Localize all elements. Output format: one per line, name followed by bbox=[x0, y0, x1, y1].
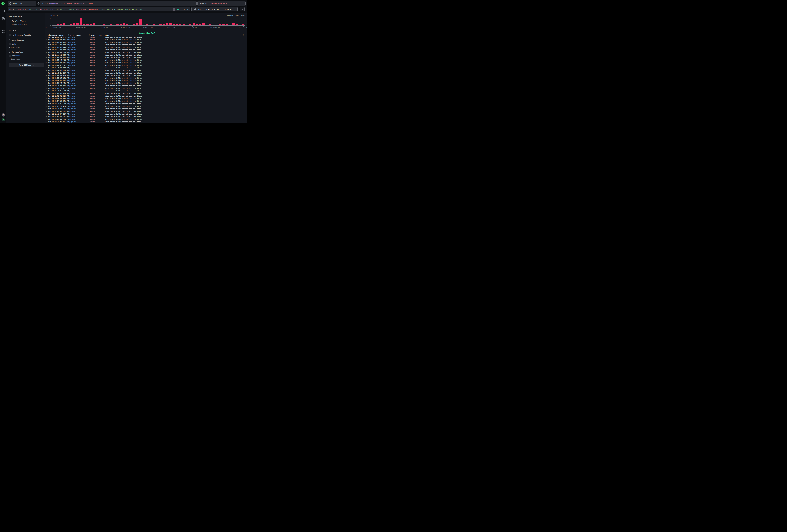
table-row[interactable]: ›Jun 11 1:53:26.250 PMpaymenterrorVisa c… bbox=[45, 82, 246, 84]
facet-option-checkout[interactable]: checkout bbox=[9, 55, 42, 57]
results-histogram[interactable]: 8 0 Jun 11 1:41:45 PM1:44:00 PM1:45:45 P… bbox=[45, 17, 245, 28]
histogram-bar[interactable] bbox=[120, 24, 122, 25]
row-expand-chevron-icon[interactable]: › bbox=[46, 85, 47, 87]
histogram-bar[interactable] bbox=[232, 23, 235, 25]
row-expand-chevron-icon[interactable]: › bbox=[46, 115, 47, 118]
histogram-bar[interactable] bbox=[86, 24, 89, 25]
histogram-bar[interactable] bbox=[133, 24, 135, 25]
row-expand-chevron-icon[interactable]: › bbox=[46, 74, 47, 77]
resume-live-tail-button[interactable]: Resume Live Tail bbox=[135, 31, 157, 35]
time-range-input[interactable]: Jun 11 13:41:52 - Jun 11 13:56:52 bbox=[191, 7, 237, 12]
histogram-bar[interactable] bbox=[90, 24, 92, 25]
row-expand-chevron-icon[interactable]: › bbox=[46, 46, 47, 48]
col-servicename[interactable]: ServiceName bbox=[69, 34, 81, 36]
row-expand-chevron-icon[interactable]: › bbox=[46, 103, 47, 105]
histogram-bar[interactable] bbox=[203, 23, 205, 25]
histogram-bar[interactable] bbox=[123, 23, 125, 25]
row-expand-chevron-icon[interactable]: › bbox=[46, 82, 47, 84]
table-row[interactable]: ›Jun 11 1:53:41.873 PMpaymenterrorVisa c… bbox=[45, 79, 246, 82]
histogram-bar[interactable] bbox=[70, 24, 72, 25]
histogram-bar[interactable] bbox=[183, 24, 185, 25]
where-query-input[interactable]: WHERE SeverityText = 'error' AND Body IL… bbox=[8, 7, 190, 12]
table-row[interactable]: ›Jun 11 1:51:47.229 PMpaymenterrorVisa c… bbox=[45, 113, 246, 115]
row-expand-chevron-icon[interactable]: › bbox=[46, 87, 47, 89]
histogram-bar[interactable] bbox=[169, 23, 172, 25]
table-row[interactable]: ›Jun 11 1:52:35.232 PMpaymenterrorVisa c… bbox=[45, 97, 246, 100]
histogram-bar[interactable] bbox=[242, 24, 244, 25]
col-resize-handle[interactable]: ⋮ bbox=[89, 34, 90, 36]
row-expand-chevron-icon[interactable]: › bbox=[46, 121, 47, 123]
load-more-severitytext[interactable]: Load more bbox=[9, 46, 42, 48]
table-row[interactable]: ›Jun 11 1:52:25.630 PMpaymenterrorVisa c… bbox=[45, 103, 246, 105]
table-row[interactable]: ›Jun 11 1:52:30.469 PMpaymenterrorVisa c… bbox=[45, 100, 246, 102]
source-select[interactable]: Demo Logs bbox=[8, 1, 36, 6]
table-row[interactable]: ›Jun 11 1:53:00.676 PMpaymenterrorVisa c… bbox=[45, 92, 246, 95]
table-row[interactable]: ›Jun 11 1:56:32.843 PMpaymenterrorVisa c… bbox=[45, 43, 246, 46]
histogram-bar[interactable] bbox=[196, 24, 198, 25]
row-expand-chevron-icon[interactable]: › bbox=[46, 95, 47, 97]
histogram-bar[interactable] bbox=[199, 24, 201, 25]
histogram-bar[interactable] bbox=[126, 24, 128, 25]
col-timestamp[interactable]: Timestamp (Local) bbox=[48, 34, 66, 36]
table-row[interactable]: ›Jun 11 1:54:40.218 PMpaymenterrorVisa c… bbox=[45, 69, 246, 71]
log-search-icon[interactable] bbox=[2, 18, 4, 20]
table-row[interactable]: ›Jun 11 1:55:51.448 PMpaymenterrorVisa c… bbox=[45, 54, 246, 56]
row-expand-chevron-icon[interactable]: › bbox=[46, 79, 47, 82]
histogram-bar[interactable] bbox=[192, 23, 195, 25]
table-row[interactable]: ›Jun 11 1:54:43.948 PMpaymenterrorVisa c… bbox=[45, 67, 246, 69]
histogram-bar[interactable] bbox=[93, 23, 95, 25]
histogram-bar[interactable] bbox=[57, 24, 59, 25]
row-expand-chevron-icon[interactable]: › bbox=[46, 105, 47, 107]
histogram-bar[interactable] bbox=[146, 24, 148, 25]
table-row[interactable]: ›Jun 11 1:54:06.953 PMpaymenterrorVisa c… bbox=[45, 77, 246, 79]
row-expand-chevron-icon[interactable]: › bbox=[46, 100, 47, 102]
row-expand-chevron-icon[interactable]: › bbox=[46, 37, 47, 38]
histogram-bar[interactable] bbox=[176, 24, 178, 25]
dashboards-icon[interactable] bbox=[2, 30, 4, 33]
histogram-bar[interactable] bbox=[209, 24, 211, 25]
row-expand-chevron-icon[interactable]: › bbox=[46, 97, 47, 100]
table-row[interactable]: ›Jun 11 1:55:07.827 PMpaymenterrorVisa c… bbox=[45, 61, 246, 64]
histogram-bar[interactable] bbox=[222, 24, 225, 25]
user-avatar[interactable]: U bbox=[2, 118, 5, 121]
row-expand-chevron-icon[interactable]: › bbox=[46, 113, 47, 115]
facet-servicename[interactable]: ServiceName bbox=[9, 51, 42, 53]
col-body[interactable]: Body bbox=[105, 34, 109, 36]
facet-option-info[interactable]: info bbox=[9, 43, 42, 45]
checkout-checkbox[interactable] bbox=[9, 55, 11, 57]
row-expand-chevron-icon[interactable]: › bbox=[46, 118, 47, 121]
row-expand-chevron-icon[interactable]: › bbox=[46, 77, 47, 79]
histogram-bar[interactable] bbox=[166, 23, 168, 25]
row-expand-chevron-icon[interactable]: › bbox=[46, 54, 47, 56]
table-row[interactable]: ›Jun 11 1:53:24.274 PMpaymenterrorVisa c… bbox=[45, 85, 246, 87]
table-row[interactable]: ›Jun 11 1:53:10.922 PMpaymenterrorVisa c… bbox=[45, 87, 246, 89]
histogram-bar[interactable] bbox=[103, 24, 105, 25]
table-row[interactable]: ›Jun 11 1:56:08.948 PMpaymenterrorVisa c… bbox=[45, 46, 246, 48]
sessions-icon[interactable] bbox=[2, 26, 4, 28]
lang-sql-option[interactable]: SQL bbox=[176, 8, 179, 10]
col-severitytext[interactable]: SeverityText bbox=[90, 34, 103, 36]
histogram-bar[interactable] bbox=[153, 24, 155, 25]
table-row[interactable]: ›Jun 11 1:51:57.712 PMpaymenterrorVisa c… bbox=[45, 110, 246, 113]
histogram-bar[interactable] bbox=[83, 24, 85, 25]
histogram-bar[interactable] bbox=[80, 18, 82, 25]
histogram-bar[interactable] bbox=[140, 19, 142, 25]
table-row[interactable]: ›Jun 11 1:52:19.473 PMpaymenterrorVisa c… bbox=[45, 105, 246, 107]
lang-lucene-option[interactable]: Lucene bbox=[183, 8, 189, 10]
table-row[interactable]: ›Jun 11 1:51:31.415 PMpaymenterrorVisa c… bbox=[45, 121, 246, 123]
table-row[interactable]: ›Jun 11 1:56:51.975 PMpaymenterrorVisa c… bbox=[45, 37, 246, 38]
row-expand-chevron-icon[interactable]: › bbox=[46, 48, 47, 51]
info-checkbox[interactable] bbox=[9, 43, 11, 45]
source-settings-gear-icon[interactable] bbox=[37, 2, 40, 4]
row-expand-chevron-icon[interactable]: › bbox=[46, 38, 47, 41]
row-expand-chevron-icon[interactable]: › bbox=[46, 51, 47, 54]
histogram-bar[interactable] bbox=[173, 24, 175, 25]
mode-results-table[interactable]: Results Table bbox=[9, 19, 42, 23]
table-row[interactable]: ›Jun 11 1:54:09.906 PMpaymenterrorVisa c… bbox=[45, 74, 246, 77]
row-expand-chevron-icon[interactable]: › bbox=[46, 67, 47, 69]
histogram-bar[interactable] bbox=[116, 24, 119, 25]
row-expand-chevron-icon[interactable]: › bbox=[46, 56, 47, 59]
table-row[interactable]: ›Jun 11 1:56:38.534 PMpaymenterrorVisa c… bbox=[45, 41, 246, 43]
row-expand-chevron-icon[interactable]: › bbox=[46, 71, 47, 74]
histogram-bar[interactable] bbox=[110, 24, 112, 25]
